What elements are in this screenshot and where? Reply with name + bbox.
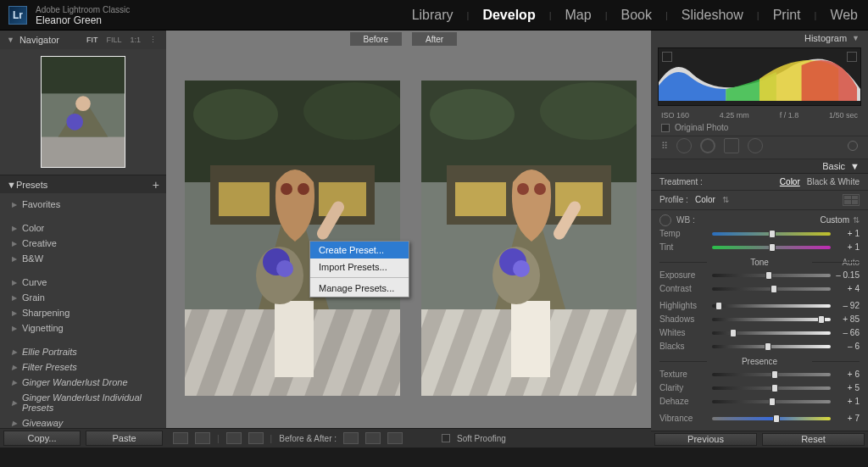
preset-group[interactable]: ▶Grain [0,290,166,305]
zoom-1to1[interactable]: 1:1 [127,35,143,45]
svg-rect-10 [219,182,270,216]
spot-tool-icon[interactable] [700,138,715,153]
tab-print[interactable]: Print [771,8,803,23]
profile-browser-icon[interactable] [843,194,860,206]
texture-slider[interactable] [712,370,831,380]
preset-group[interactable]: ▶Giveaway [0,415,166,428]
crop-tool-icon[interactable] [676,138,692,153]
preset-group[interactable]: ▶Creative [0,236,166,251]
main-area: ▼ Navigator FIT FILL 1:1 ⋮ [0,31,868,448]
zoom-fill[interactable]: FILL [103,35,124,45]
zoom-menu-icon[interactable]: ⋮ [147,35,159,45]
tool-dots-icon[interactable]: ⠿ [661,141,668,152]
chevron-right-icon: ▶ [12,420,17,427]
canvas-area[interactable] [166,47,651,428]
soft-proofing-checkbox[interactable] [442,434,450,442]
preset-group[interactable]: ▶Favorites [0,197,166,212]
whites-slider[interactable] [712,328,831,338]
tab-develop[interactable]: Develop [481,8,537,23]
preset-group[interactable]: ▶Color [0,220,166,236]
tab-book[interactable]: Book [620,8,654,23]
previous-button[interactable]: Previous [654,433,757,446]
slider-label: Tint [659,242,712,252]
tab-map[interactable]: Map [564,8,593,23]
profile-value[interactable]: Color [695,195,715,204]
tab-library[interactable]: Library [410,8,455,23]
slider-value[interactable]: – 6 [831,342,860,351]
menu-import-presets[interactable]: Import Presets... [310,259,409,275]
paste-button[interactable]: Paste [86,431,163,446]
treatment-color[interactable]: Color [780,177,800,186]
redeye-tool-icon[interactable] [748,138,763,153]
ba-mode-2-icon[interactable] [365,432,381,444]
chevron-right-icon: ▶ [12,325,17,332]
slider-value[interactable]: + 5 [831,383,860,392]
tab-slideshow[interactable]: Slideshow [680,8,745,23]
preset-group[interactable]: ▶Curve [0,275,166,290]
navigator-header[interactable]: ▼ Navigator FIT FILL 1:1 ⋮ [0,31,166,49]
original-photo-checkbox[interactable] [661,124,670,132]
eyedropper-icon[interactable] [659,214,671,226]
histogram-header[interactable]: Histogram ▼ [651,31,868,46]
contrast-slider[interactable] [712,284,831,294]
zoom-fit[interactable]: FIT [84,35,101,45]
slider-value[interactable]: – 0.15 [831,270,860,280]
temp-slider[interactable] [712,229,831,239]
before-photo [185,81,400,396]
slider-value[interactable]: – 66 [831,328,860,337]
clipping-shadows-icon[interactable] [662,52,672,62]
ba-mode-3-icon[interactable] [387,432,403,444]
vibrance-slider[interactable] [712,414,831,424]
preset-group[interactable]: ▶Ellie Portraits [0,344,166,359]
preset-group[interactable]: ▶Vignetting [0,320,166,336]
slider-value[interactable]: + 6 [831,370,860,379]
preset-group[interactable]: ▶Ginger Wanderlust Individual Presets [0,390,166,415]
slider-label: Vibrance [659,414,712,423]
shadows-slider[interactable] [712,314,831,325]
highlights-slider[interactable] [712,301,831,311]
treatment-bw[interactable]: Black & White [807,177,860,186]
tool-toggle-icon[interactable] [848,141,858,151]
slider-value[interactable]: – 92 [831,301,860,310]
svg-point-18 [298,183,309,195]
slider-value[interactable]: + 1 [831,397,860,406]
preset-group[interactable]: ▶B&W [0,251,166,266]
chevron-updown-icon[interactable]: ⇅ [722,195,729,204]
slider-value[interactable]: + 85 [831,314,860,324]
slider-value[interactable]: + 1 [831,229,860,238]
preset-group[interactable]: ▶Filter Presets [0,359,166,375]
mask-tool-icon[interactable] [724,138,739,153]
slider-label: Blacks [659,342,712,351]
dehaze-slider[interactable] [712,397,831,407]
menu-create-preset[interactable]: Create Preset... [310,242,409,259]
wb-value[interactable]: Custom [821,215,849,225]
ba-layout-icon[interactable] [226,432,242,444]
histogram[interactable] [658,47,861,106]
copy-button[interactable]: Copy... [3,431,81,446]
basic-header[interactable]: Basic ▼ [651,159,868,174]
clipping-highlights-icon[interactable] [847,52,857,62]
presets-header[interactable]: ▼ Presets + [0,175,166,193]
slider-value[interactable]: + 7 [831,414,860,423]
ba-mode-1-icon[interactable] [343,432,359,444]
slider-value[interactable]: + 1 [831,242,860,252]
reset-button[interactable]: Reset [762,433,865,446]
slider-value[interactable]: + 4 [831,284,860,293]
menu-manage-presets[interactable]: Manage Presets... [310,280,409,297]
chevron-updown-icon[interactable]: ⇅ [853,215,860,225]
auto-button[interactable]: Auto [842,258,860,267]
exposure-slider[interactable] [712,270,831,281]
preset-group[interactable]: ▶Sharpening [0,305,166,320]
tab-web[interactable]: Web [828,8,860,23]
tool-strip: ⠿ [651,136,868,159]
loupe-view-icon[interactable] [173,432,188,444]
tint-slider[interactable] [712,242,831,253]
ba-swap-icon[interactable] [248,432,264,444]
add-preset-icon[interactable]: + [153,178,159,192]
svg-rect-28 [455,182,506,216]
preset-group[interactable]: ▶Ginger Wanderlust Drone [0,375,166,390]
blacks-slider[interactable] [712,342,831,352]
compare-view-icon[interactable] [195,432,210,444]
clarity-slider[interactable] [712,383,831,393]
navigator-preview[interactable] [0,49,166,175]
